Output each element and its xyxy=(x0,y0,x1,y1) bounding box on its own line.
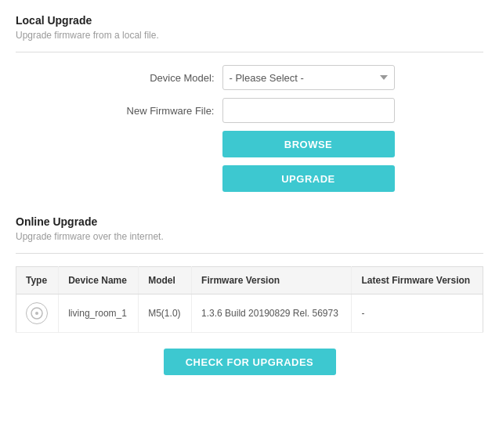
col-device-name: Device Name xyxy=(59,267,139,294)
local-upgrade-form: Device Model: - Please Select - New Firm… xyxy=(16,65,483,200)
check-upgrades-button[interactable]: CHECK FOR UPGRADES xyxy=(164,349,336,375)
check-btn-row: CHECK FOR UPGRADES xyxy=(16,349,483,375)
device-type-icon xyxy=(26,302,48,324)
online-upgrade-subtitle: Upgrade firmware over the internet. xyxy=(16,231,483,242)
new-firmware-label: New Firmware File: xyxy=(105,105,215,117)
table-header-row: Type Device Name Model Firmware Version … xyxy=(16,267,483,294)
browse-btn-row: BROWSE xyxy=(16,131,483,157)
col-firmware-version: Firmware Version xyxy=(192,267,352,294)
device-model-label: Device Model: xyxy=(105,72,215,84)
local-upgrade-divider xyxy=(16,52,483,52)
upgrade-button[interactable]: UPGRADE xyxy=(222,165,395,192)
table-row: living_room_1M5(1.0)1.3.6 Build 20190829… xyxy=(16,294,483,333)
online-upgrade-title: Online Upgrade xyxy=(16,215,483,228)
online-upgrade-divider xyxy=(16,253,483,254)
cell-device-name: living_room_1 xyxy=(59,294,139,333)
browse-button[interactable]: BROWSE xyxy=(222,131,395,157)
online-upgrade-section: Online Upgrade Upgrade firmware over the… xyxy=(16,215,483,375)
device-model-select[interactable]: - Please Select - xyxy=(222,65,395,90)
col-model: Model xyxy=(139,267,192,294)
local-upgrade-title: Local Upgrade xyxy=(16,14,483,27)
upgrade-table: Type Device Name Model Firmware Version … xyxy=(16,266,483,333)
cell-firmware-version: 1.3.6 Build 20190829 Rel. 56973 xyxy=(192,294,352,333)
cell-type xyxy=(16,294,59,333)
cell-model: M5(1.0) xyxy=(139,294,192,333)
col-latest-firmware: Latest Firmware Version xyxy=(352,267,483,294)
col-type: Type xyxy=(16,267,59,294)
upgrade-btn-row: UPGRADE xyxy=(16,165,483,192)
local-upgrade-section: Local Upgrade Upgrade firmware from a lo… xyxy=(16,14,483,200)
new-firmware-row: New Firmware File: xyxy=(16,98,483,123)
page-container: Local Upgrade Upgrade firmware from a lo… xyxy=(0,0,499,389)
svg-point-1 xyxy=(35,312,38,315)
cell-latest-firmware: - xyxy=(352,294,483,333)
device-model-row: Device Model: - Please Select - xyxy=(16,65,483,90)
firmware-file-input[interactable] xyxy=(222,98,395,123)
local-upgrade-subtitle: Upgrade firmware from a local file. xyxy=(16,30,483,41)
